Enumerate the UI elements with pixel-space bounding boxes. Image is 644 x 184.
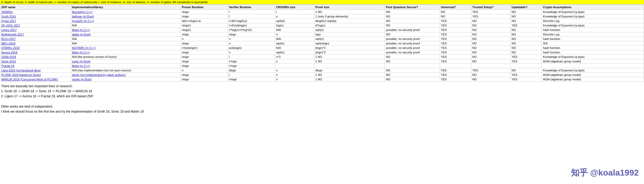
- proof-size: (logn)^2: [314, 50, 385, 55]
- zkp-name-link[interactable]: BCG+2017: [1, 37, 16, 40]
- crs-size: N/A: [275, 37, 314, 41]
- universal: NO: [440, 14, 471, 19]
- prover-runtime: nlog(c): [181, 23, 228, 28]
- zkp-name-link[interactable]: GKM+2018: [1, 55, 16, 58]
- impl-library[interactable]: plonk (not implemented by paper authors): [71, 73, 181, 77]
- impl-library[interactable]: marlin (in Rust): [71, 77, 181, 82]
- col-header-3: Verifier Runtime: [228, 5, 275, 10]
- impl-library[interactable]: bellman (in Rust): [71, 14, 181, 19]
- zkp-name[interactable]: MARLIN 2019 (Concurrent Work of PLONK): [0, 77, 71, 82]
- crs-size: n: [275, 73, 314, 77]
- impl-link[interactable]: liblop (in C++): [72, 64, 90, 67]
- table-row: Bulletproofs 2017dalek (in Rust)nlognnlo…: [0, 32, 644, 37]
- universal: [440, 64, 471, 68]
- impl-link[interactable]: libsnark(in C++): [72, 10, 93, 13]
- zkp-name[interactable]: Groth 2016: [0, 14, 71, 19]
- proof-size: (logn)^2: [314, 46, 385, 50]
- impl-library[interactable]: liblop (in C++): [71, 28, 181, 32]
- zkp-name[interactable]: SNARKs: [0, 10, 71, 14]
- crs-size: n: [275, 68, 314, 73]
- zkp-name[interactable]: Aurora 2018: [0, 50, 71, 55]
- zkp-name-link[interactable]: Fractal 19: [1, 64, 14, 67]
- updatable: [510, 64, 542, 68]
- verifier-runtime: n: [228, 50, 275, 55]
- impl-library[interactable]: libSTARK (in C++): [71, 46, 181, 50]
- zkp-name[interactable]: STARKs 2018: [0, 46, 71, 50]
- prover-runtime: n*polylog(n): [181, 46, 228, 50]
- table-row: ZK vSQL 2017N/Anlog(c)l+d*polylog(n)log(…: [0, 23, 644, 28]
- zkp-name-link[interactable]: BBC+2018: [1, 42, 16, 45]
- zkp-name-link[interactable]: Bulletproofs 2017: [1, 33, 24, 36]
- zkp-name-link[interactable]: ZK vSQL 2017: [1, 24, 20, 27]
- crs-size: n: [275, 32, 314, 37]
- zkp-name[interactable]: BCG+2017: [0, 37, 71, 41]
- zkp-name-link[interactable]: SNARKs: [1, 10, 13, 13]
- impl-library[interactable]: libsnark(in C++): [71, 10, 181, 14]
- post-quantum: possible, no security proof: [385, 50, 440, 55]
- zkp-name[interactable]: Bulletproofs 2017: [0, 32, 71, 37]
- crypto-assumptions: AGM (algebraic group model): [542, 59, 644, 64]
- zkp-name-link[interactable]: Libra 2019 (not facebook libra): [1, 69, 41, 72]
- zkp-name[interactable]: GKM+2018: [0, 55, 71, 59]
- crypto-assumptions: hash function: [542, 50, 644, 55]
- zkp-name-link[interactable]: Sonic 2019: [1, 60, 16, 63]
- zkp-name-link[interactable]: Aurora 2018: [1, 51, 17, 54]
- prover-runtime: nlogn: [181, 59, 228, 64]
- crs-size: [275, 64, 314, 68]
- zkp-name-link[interactable]: PLONK 2019 (based on Sonic): [1, 73, 41, 76]
- impl-library[interactable]: liblop (in C++): [71, 64, 181, 68]
- impl-link[interactable]: hyraxZK (in C++): [72, 19, 94, 22]
- zkp-name[interactable]: BBC+2018: [0, 41, 71, 46]
- zkp-name[interactable]: Sonic 2019: [0, 59, 71, 64]
- verifier-runtime: l: [228, 10, 275, 14]
- prover-runtime: nlogn: [181, 50, 228, 55]
- verifier-runtime: l+d*polylog(n): [228, 23, 275, 28]
- impl-library[interactable]: sonic (in Rust): [71, 59, 181, 64]
- zkp-name[interactable]: Hyrax 2017: [0, 19, 71, 23]
- zkp-name-link[interactable]: MARLIN 2019 (Concurrent Work of PLONK): [1, 78, 58, 81]
- zkp-name[interactable]: Libra 2019 (not facebook libra): [0, 68, 71, 73]
- prover-runtime: nlogn: [181, 32, 228, 37]
- post-quantum: NO: [385, 10, 440, 14]
- trusted-setup: NO: [471, 50, 510, 55]
- proof-size: 1 NO: [314, 73, 385, 77]
- zkp-name-link[interactable]: Hyrax 2017: [1, 19, 16, 22]
- post-quantum: NO: [385, 19, 440, 23]
- proof-size: dlogn: [314, 68, 385, 73]
- universal: YES: [440, 28, 471, 32]
- prover-runtime: nlogn: [181, 77, 228, 82]
- crypto-assumptions: AGM (algebraic group model): [542, 73, 644, 77]
- universal: YES: [440, 19, 471, 23]
- impl-link[interactable]: marlin (in Rust): [72, 78, 92, 81]
- impl-link[interactable]: libSTARK (in C++): [72, 46, 96, 49]
- footer-line4: [1, 99, 643, 104]
- crs-size: n: [275, 59, 314, 64]
- table-row: STARKs 2018libSTARK (in C++)n*polylog(n)…: [0, 46, 644, 50]
- crs-size: n: [275, 14, 314, 19]
- zkp-name-link[interactable]: STARKs 2018: [1, 46, 20, 49]
- prover-runtime: n: [181, 68, 228, 73]
- impl-link[interactable]: plonk (not implemented by paper authors): [72, 73, 126, 76]
- updatable: NO: [510, 41, 542, 46]
- universal: YES: [440, 55, 471, 59]
- impl-link[interactable]: bellman (in Rust): [72, 15, 94, 18]
- impl-link[interactable]: liblop (in C++): [72, 28, 90, 31]
- impl-library[interactable]: dalek (in Rust): [71, 32, 181, 37]
- zkp-name[interactable]: PLONK 2019 (based on Sonic): [0, 73, 71, 77]
- impl-link[interactable]: dalek (in Rust): [72, 33, 91, 36]
- zkp-name[interactable]: Ligero 2017: [0, 28, 71, 32]
- crypto-assumptions: hash function: [542, 37, 644, 41]
- impl-link[interactable]: sonic (in Rust): [72, 60, 91, 63]
- impl-link[interactable]: liblop (in C++): [72, 51, 90, 54]
- universal: YES: [440, 68, 471, 73]
- col-header-1: Implementation/library: [71, 5, 181, 10]
- zkp-name-link[interactable]: Groth 2016: [1, 15, 16, 18]
- zkp-name[interactable]: ZK vSQL 2017: [0, 23, 71, 28]
- prover-runtime: nlogn: [181, 14, 228, 19]
- trusted-setup: YES: [471, 68, 510, 73]
- impl-library[interactable]: hyraxZK (in C++): [71, 19, 181, 23]
- prover-runtime: nlogn: [181, 64, 228, 68]
- zkp-name-link[interactable]: Ligero 2017: [1, 28, 17, 31]
- impl-library[interactable]: liblop (in C++): [71, 50, 181, 55]
- zkp-name[interactable]: Fractal 19: [0, 64, 71, 68]
